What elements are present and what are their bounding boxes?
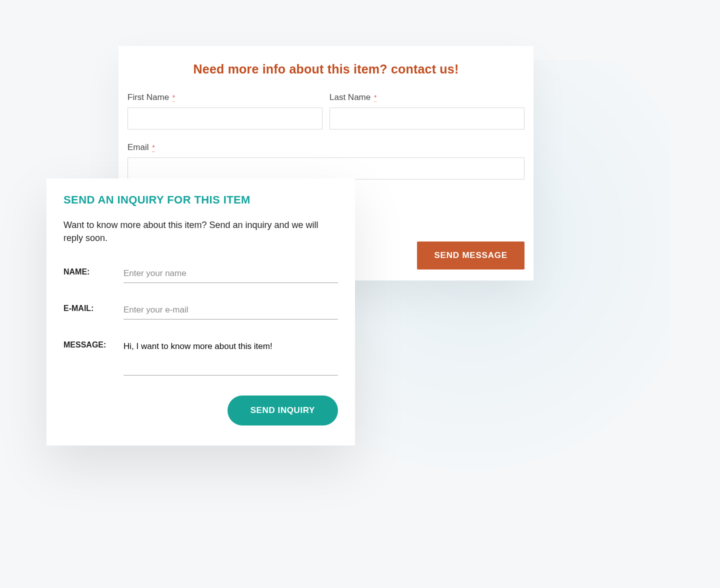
- first-name-group: First Name *: [128, 92, 322, 130]
- last-name-group: Last Name *: [330, 92, 524, 130]
- inquiry-message-row: MESSAGE:: [64, 340, 338, 376]
- email-label: Email *: [128, 142, 524, 152]
- required-mark: *: [172, 94, 175, 102]
- email-group: Email *: [128, 142, 524, 180]
- inquiry-email-row: E-MAIL:: [64, 303, 338, 320]
- last-name-label: Last Name *: [330, 92, 524, 102]
- send-message-button[interactable]: SEND MESSAGE: [417, 242, 524, 270]
- inquiry-card: SEND AN INQUIRY FOR THIS ITEM Want to kn…: [46, 178, 355, 446]
- first-name-label: First Name *: [128, 92, 322, 102]
- name-row: First Name * Last Name *: [128, 92, 524, 130]
- inquiry-message-label: MESSAGE:: [64, 340, 124, 350]
- required-mark: *: [374, 94, 376, 102]
- required-mark: *: [152, 144, 154, 152]
- last-name-label-text: Last Name: [330, 92, 370, 102]
- inquiry-name-row: NAME:: [64, 266, 338, 283]
- send-inquiry-button[interactable]: SEND INQUIRY: [228, 396, 338, 426]
- inquiry-email-label: E-MAIL:: [64, 303, 124, 313]
- email-label-text: Email: [128, 142, 149, 152]
- last-name-input[interactable]: [330, 108, 524, 130]
- contact-form-title: Need more info about this item? contact …: [128, 62, 524, 76]
- inquiry-name-label: NAME:: [64, 266, 124, 276]
- first-name-input[interactable]: [128, 108, 322, 130]
- inquiry-name-input[interactable]: [124, 266, 338, 283]
- first-name-label-text: First Name: [128, 92, 169, 102]
- inquiry-title: SEND AN INQUIRY FOR THIS ITEM: [64, 194, 338, 206]
- inquiry-description: Want to know more about this item? Send …: [64, 218, 336, 244]
- email-input[interactable]: [128, 158, 524, 180]
- inquiry-email-input[interactable]: [124, 303, 338, 320]
- inquiry-message-textarea[interactable]: [124, 340, 338, 376]
